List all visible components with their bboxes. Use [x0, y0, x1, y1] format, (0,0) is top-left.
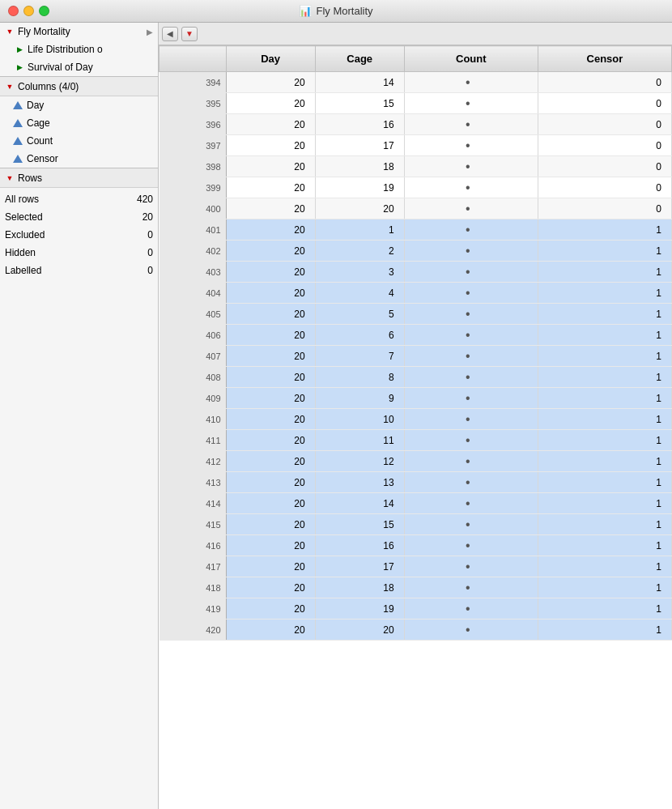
cell-censor: 0 [538, 135, 671, 156]
table-row[interactable]: 4002020•0 [159, 198, 672, 219]
cell-count: • [404, 283, 538, 304]
cell-count: • [404, 156, 538, 177]
table-row[interactable]: 406206•1 [159, 325, 672, 346]
table-row[interactable]: 405205•1 [159, 304, 672, 325]
cell-cage: 3 [315, 262, 404, 283]
table-row[interactable]: 4142014•1 [159, 493, 672, 514]
column-item-cage[interactable]: Cage [0, 114, 158, 132]
filter-button[interactable]: ▼ [181, 27, 198, 41]
table-row[interactable]: 3972017•0 [159, 135, 672, 156]
columns-header: ▼ Columns (4/0) [0, 77, 158, 96]
col-header-count[interactable]: Count [404, 46, 538, 72]
cell-count: • [404, 93, 538, 114]
column-item-day[interactable]: Day [0, 96, 158, 114]
cell-cage: 5 [315, 304, 404, 325]
table-row[interactable]: 407207•1 [159, 346, 672, 367]
cell-day: 20 [226, 93, 315, 114]
tree-item-arrow-right: ▶ [147, 28, 153, 36]
table-row[interactable]: 3992019•0 [159, 177, 672, 198]
cell-rownum: 396 [159, 114, 227, 135]
column-label-count: Count [27, 135, 53, 147]
cell-rownum: 402 [159, 241, 227, 262]
table-row[interactable]: 4152015•1 [159, 514, 672, 535]
table-row[interactable]: 408208•1 [159, 367, 672, 388]
cell-count: • [404, 430, 538, 451]
sidebar-item-life-distribution[interactable]: ▶ Life Distribution o [0, 40, 158, 58]
data-table-wrapper[interactable]: Day Cage Count Censor 3942014•03952015•0… [159, 45, 672, 809]
cell-rownum: 419 [159, 598, 227, 620]
cell-count: • [404, 535, 538, 556]
close-button[interactable] [8, 6, 19, 16]
table-row[interactable]: 4202020•1 [159, 620, 672, 641]
stat-all-rows-value: 420 [137, 194, 153, 205]
cell-day: 20 [226, 451, 315, 472]
col-header-day[interactable]: Day [226, 46, 315, 72]
cell-censor: 1 [538, 535, 671, 556]
table-row[interactable]: 3962016•0 [159, 114, 672, 135]
table-row[interactable]: 4102010•1 [159, 409, 672, 430]
table-row[interactable]: 409209•1 [159, 388, 672, 409]
cell-cage: 20 [315, 198, 404, 219]
cell-rownum: 417 [159, 556, 227, 577]
column-item-censor[interactable]: Censor [0, 150, 158, 168]
cell-cage: 14 [315, 72, 404, 93]
columns-section: ▼ Columns (4/0) Day Cage Count Censor [0, 77, 158, 168]
cell-rownum: 412 [159, 451, 227, 472]
table-row[interactable]: 3952015•0 [159, 93, 672, 114]
cell-rownum: 395 [159, 93, 227, 114]
cell-rownum: 410 [159, 409, 227, 430]
cell-count: • [404, 325, 538, 346]
column-item-count[interactable]: Count [0, 132, 158, 150]
tree-section: ▼ Fly Mortality ▶ ▶ Life Distribution o … [0, 23, 158, 77]
cell-cage: 13 [315, 472, 404, 493]
sidebar-item-fly-mortality[interactable]: ▼ Fly Mortality ▶ [0, 23, 158, 40]
minimize-button[interactable] [23, 6, 34, 16]
col-header-cage[interactable]: Cage [315, 46, 404, 72]
table-row[interactable]: 4112011•1 [159, 430, 672, 451]
table-row[interactable]: 3942014•0 [159, 72, 672, 93]
cell-rownum: 397 [159, 135, 227, 156]
cell-censor: 1 [538, 430, 671, 451]
cell-censor: 1 [538, 577, 671, 598]
cell-censor: 0 [538, 156, 671, 177]
table-row[interactable]: 4162016•1 [159, 535, 672, 556]
table-row[interactable]: 4182018•1 [159, 577, 672, 598]
sidebar-item-survival-of-day[interactable]: ▶ Survival of Day [0, 58, 158, 76]
cell-day: 20 [226, 556, 315, 577]
maximize-button[interactable] [39, 6, 49, 16]
stat-labelled-value: 0 [147, 265, 153, 276]
cell-censor: 1 [538, 346, 671, 367]
cell-rownum: 394 [159, 72, 227, 93]
stat-hidden-label: Hidden [5, 247, 36, 258]
sort-triangle-censor [13, 155, 23, 163]
table-row[interactable]: 4172017•1 [159, 556, 672, 577]
columns-arrow-icon: ▼ [5, 82, 15, 92]
cell-count: • [404, 241, 538, 262]
cell-cage: 9 [315, 388, 404, 409]
cell-censor: 0 [538, 198, 671, 219]
sort-triangle-cage [13, 119, 23, 127]
table-row[interactable]: 4192019•1 [159, 598, 672, 620]
cell-count: • [404, 409, 538, 430]
scroll-left-button[interactable]: ◀ [162, 27, 178, 41]
cell-day: 20 [226, 283, 315, 304]
cell-count: • [404, 577, 538, 598]
cell-cage: 4 [315, 283, 404, 304]
table-row[interactable]: 402202•1 [159, 241, 672, 262]
cell-day: 20 [226, 472, 315, 493]
table-row[interactable]: 3982018•0 [159, 156, 672, 177]
table-row[interactable]: 404204•1 [159, 283, 672, 304]
cell-day: 20 [226, 367, 315, 388]
table-row[interactable]: 4122012•1 [159, 451, 672, 472]
table-row[interactable]: 4132013•1 [159, 472, 672, 493]
cell-cage: 17 [315, 135, 404, 156]
cell-cage: 19 [315, 177, 404, 198]
table-row[interactable]: 401201•1 [159, 219, 672, 241]
cell-cage: 18 [315, 577, 404, 598]
cell-rownum: 418 [159, 577, 227, 598]
cell-count: • [404, 472, 538, 493]
stat-hidden: Hidden 0 [5, 244, 153, 262]
table-row[interactable]: 403203•1 [159, 262, 672, 283]
col-header-censor[interactable]: Censor [538, 46, 671, 72]
sidebar-item-label: Fly Mortality [18, 26, 70, 37]
